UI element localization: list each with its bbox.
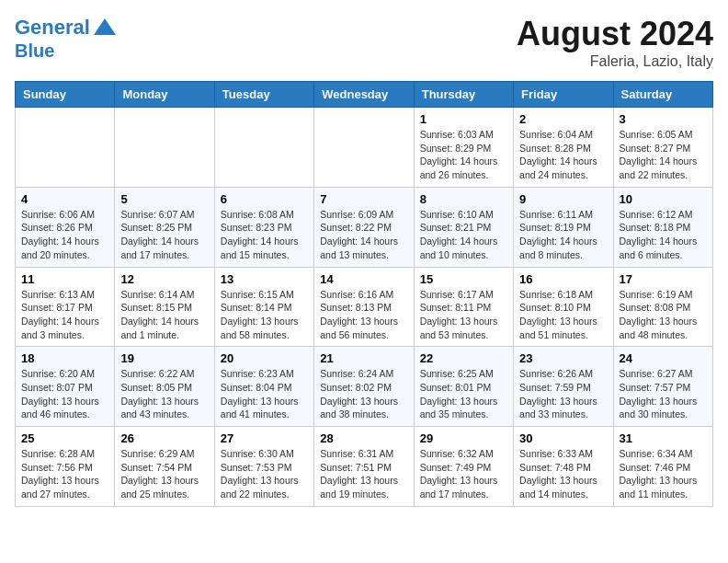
day-cell: 7Sunrise: 6:09 AMSunset: 8:22 PMDaylight…	[314, 187, 414, 267]
day-number: 16	[519, 272, 607, 286]
day-header-monday: Monday	[115, 82, 214, 108]
day-cell: 23Sunrise: 6:26 AMSunset: 7:59 PMDayligh…	[514, 347, 613, 427]
day-info: Sunrise: 6:33 AMSunset: 7:48 PMDaylight:…	[519, 447, 607, 501]
day-info: Sunrise: 6:09 AMSunset: 8:22 PMDaylight:…	[320, 208, 407, 262]
day-number: 2	[519, 112, 607, 126]
day-info: Sunrise: 6:19 AMSunset: 8:08 PMDaylight:…	[620, 288, 707, 342]
day-header-sunday: Sunday	[16, 82, 115, 108]
day-info: Sunrise: 6:13 AMSunset: 8:17 PMDaylight:…	[21, 288, 108, 342]
day-number: 10	[620, 192, 707, 206]
day-info: Sunrise: 6:05 AMSunset: 8:27 PMDaylight:…	[620, 128, 707, 182]
day-info: Sunrise: 6:10 AMSunset: 8:21 PMDaylight:…	[420, 208, 507, 262]
day-cell: 5Sunrise: 6:07 AMSunset: 8:25 PMDaylight…	[115, 187, 214, 267]
day-number: 23	[519, 351, 607, 365]
day-cell: 12Sunrise: 6:14 AMSunset: 8:15 PMDayligh…	[115, 267, 214, 347]
day-info: Sunrise: 6:30 AMSunset: 7:53 PMDaylight:…	[221, 447, 308, 501]
day-number: 17	[620, 272, 707, 286]
day-number: 1	[420, 112, 507, 126]
day-number: 25	[21, 431, 108, 445]
day-cell: 31Sunrise: 6:34 AMSunset: 7:46 PMDayligh…	[613, 427, 712, 507]
day-info: Sunrise: 6:03 AMSunset: 8:29 PMDaylight:…	[420, 128, 507, 182]
day-cell	[16, 108, 115, 188]
day-cell: 6Sunrise: 6:08 AMSunset: 8:23 PMDaylight…	[214, 187, 313, 267]
day-number: 21	[320, 351, 407, 365]
day-cell	[214, 108, 313, 188]
day-info: Sunrise: 6:11 AMSunset: 8:19 PMDaylight:…	[519, 208, 607, 262]
day-info: Sunrise: 6:20 AMSunset: 8:07 PMDaylight:…	[21, 367, 108, 421]
week-row: 4Sunrise: 6:06 AMSunset: 8:26 PMDaylight…	[16, 187, 713, 267]
day-info: Sunrise: 6:12 AMSunset: 8:18 PMDaylight:…	[620, 208, 707, 262]
day-number: 26	[120, 431, 208, 445]
day-info: Sunrise: 6:06 AMSunset: 8:26 PMDaylight:…	[21, 208, 108, 262]
logo-text: General	[15, 17, 90, 39]
day-info: Sunrise: 6:17 AMSunset: 8:11 PMDaylight:…	[420, 288, 507, 342]
day-number: 20	[221, 351, 308, 365]
day-cell: 27Sunrise: 6:30 AMSunset: 7:53 PMDayligh…	[214, 427, 313, 507]
day-info: Sunrise: 6:28 AMSunset: 7:56 PMDaylight:…	[21, 447, 108, 501]
day-number: 31	[620, 431, 707, 445]
day-cell: 30Sunrise: 6:33 AMSunset: 7:48 PMDayligh…	[514, 427, 613, 507]
day-info: Sunrise: 6:04 AMSunset: 8:28 PMDaylight:…	[519, 128, 607, 182]
day-info: Sunrise: 6:14 AMSunset: 8:15 PMDaylight:…	[120, 288, 208, 342]
day-header-wednesday: Wednesday	[314, 82, 414, 108]
header: General Blue August 2024 Faleria, Lazio,…	[15, 15, 713, 70]
logo-icon	[92, 15, 118, 40]
day-cell: 24Sunrise: 6:27 AMSunset: 7:57 PMDayligh…	[613, 347, 712, 427]
day-header-tuesday: Tuesday	[214, 82, 313, 108]
day-cell	[314, 108, 414, 188]
day-info: Sunrise: 6:08 AMSunset: 8:23 PMDaylight:…	[221, 208, 308, 262]
day-number: 5	[120, 192, 208, 206]
day-info: Sunrise: 6:16 AMSunset: 8:13 PMDaylight:…	[320, 288, 407, 342]
day-info: Sunrise: 6:34 AMSunset: 7:46 PMDaylight:…	[620, 447, 707, 501]
day-cell: 20Sunrise: 6:23 AMSunset: 8:04 PMDayligh…	[214, 347, 313, 427]
day-info: Sunrise: 6:07 AMSunset: 8:25 PMDaylight:…	[120, 208, 208, 262]
day-number: 3	[620, 112, 707, 126]
logo-blue: Blue	[15, 40, 118, 61]
day-cell: 26Sunrise: 6:29 AMSunset: 7:54 PMDayligh…	[115, 427, 214, 507]
svg-marker-0	[94, 18, 116, 35]
day-info: Sunrise: 6:18 AMSunset: 8:10 PMDaylight:…	[519, 288, 607, 342]
day-cell: 21Sunrise: 6:24 AMSunset: 8:02 PMDayligh…	[314, 347, 414, 427]
day-number: 12	[120, 272, 208, 286]
day-number: 6	[221, 192, 308, 206]
day-info: Sunrise: 6:26 AMSunset: 7:59 PMDaylight:…	[519, 367, 607, 421]
day-number: 11	[21, 272, 108, 286]
day-cell: 16Sunrise: 6:18 AMSunset: 8:10 PMDayligh…	[514, 267, 613, 347]
day-info: Sunrise: 6:29 AMSunset: 7:54 PMDaylight:…	[120, 447, 208, 501]
day-cell: 29Sunrise: 6:32 AMSunset: 7:49 PMDayligh…	[414, 427, 513, 507]
day-info: Sunrise: 6:31 AMSunset: 7:51 PMDaylight:…	[320, 447, 407, 501]
day-cell: 11Sunrise: 6:13 AMSunset: 8:17 PMDayligh…	[16, 267, 115, 347]
logo: General Blue	[15, 15, 118, 61]
day-cell: 3Sunrise: 6:05 AMSunset: 8:27 PMDaylight…	[613, 108, 712, 188]
day-cell: 4Sunrise: 6:06 AMSunset: 8:26 PMDaylight…	[16, 187, 115, 267]
day-cell: 9Sunrise: 6:11 AMSunset: 8:19 PMDaylight…	[514, 187, 613, 267]
day-cell: 15Sunrise: 6:17 AMSunset: 8:11 PMDayligh…	[414, 267, 513, 347]
day-cell: 19Sunrise: 6:22 AMSunset: 8:05 PMDayligh…	[115, 347, 214, 427]
day-number: 14	[320, 272, 407, 286]
day-cell: 10Sunrise: 6:12 AMSunset: 8:18 PMDayligh…	[613, 187, 712, 267]
day-cell: 18Sunrise: 6:20 AMSunset: 8:07 PMDayligh…	[16, 347, 115, 427]
day-info: Sunrise: 6:15 AMSunset: 8:14 PMDaylight:…	[221, 288, 308, 342]
day-header-saturday: Saturday	[613, 82, 712, 108]
day-cell: 22Sunrise: 6:25 AMSunset: 8:01 PMDayligh…	[414, 347, 513, 427]
day-number: 9	[519, 192, 607, 206]
day-number: 19	[120, 351, 208, 365]
day-info: Sunrise: 6:23 AMSunset: 8:04 PMDaylight:…	[221, 367, 308, 421]
location: Faleria, Lazio, Italy	[517, 53, 713, 70]
day-header-thursday: Thursday	[414, 82, 513, 108]
day-info: Sunrise: 6:32 AMSunset: 7:49 PMDaylight:…	[420, 447, 507, 501]
day-number: 27	[221, 431, 308, 445]
day-info: Sunrise: 6:24 AMSunset: 8:02 PMDaylight:…	[320, 367, 407, 421]
day-cell: 14Sunrise: 6:16 AMSunset: 8:13 PMDayligh…	[314, 267, 414, 347]
day-number: 7	[320, 192, 407, 206]
day-cell: 2Sunrise: 6:04 AMSunset: 8:28 PMDaylight…	[514, 108, 613, 188]
day-number: 8	[420, 192, 507, 206]
day-number: 13	[221, 272, 308, 286]
week-row: 25Sunrise: 6:28 AMSunset: 7:56 PMDayligh…	[16, 427, 713, 507]
day-info: Sunrise: 6:27 AMSunset: 7:57 PMDaylight:…	[620, 367, 707, 421]
month-year: August 2024	[517, 15, 713, 53]
week-row: 18Sunrise: 6:20 AMSunset: 8:07 PMDayligh…	[16, 347, 713, 427]
day-number: 28	[320, 431, 407, 445]
day-info: Sunrise: 6:22 AMSunset: 8:05 PMDaylight:…	[120, 367, 208, 421]
day-number: 4	[21, 192, 108, 206]
